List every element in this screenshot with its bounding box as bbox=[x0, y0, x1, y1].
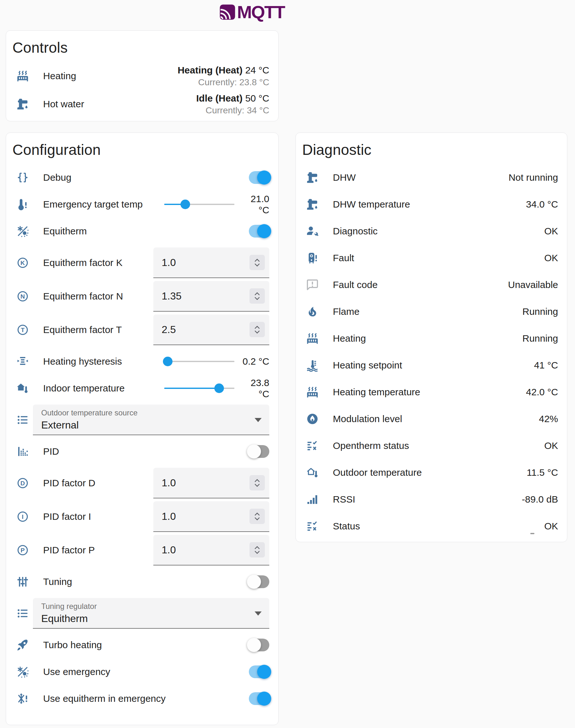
home-thermometer-icon bbox=[16, 382, 29, 395]
diagnostic-row-value: Not running bbox=[509, 172, 558, 183]
use-equitherm-emergency-toggle[interactable] bbox=[249, 692, 269, 705]
number-stepper[interactable] bbox=[249, 288, 265, 304]
sun-snowflake-icon bbox=[16, 225, 29, 238]
turbo-heating-toggle[interactable] bbox=[249, 639, 269, 651]
snowflake-alert-icon bbox=[16, 692, 29, 705]
diagnostic-row[interactable]: DHW temperature34.0 °C bbox=[296, 191, 567, 218]
pid-i-input[interactable]: 1.0 bbox=[153, 501, 269, 532]
alpha-I-icon: I bbox=[16, 510, 29, 523]
stepper-down-icon bbox=[253, 517, 261, 521]
tuning-regulator-select[interactable]: Tuning regulator Equitherm bbox=[33, 598, 269, 629]
diagnostic-row-label: Modulation level bbox=[333, 413, 533, 424]
diagnostic-row[interactable]: DiagnosticOK bbox=[296, 218, 567, 245]
diagnostic-row[interactable]: Opentherm statusOK bbox=[296, 432, 567, 459]
emergency-target-temp-slider[interactable] bbox=[164, 198, 234, 211]
config-row-label: Debug bbox=[43, 172, 249, 183]
diagnostic-row-value: 34.0 °C bbox=[526, 199, 558, 210]
diagnostic-row[interactable]: HeatingRunning bbox=[296, 325, 567, 352]
pid-d-input[interactable]: 1.0 bbox=[153, 468, 269, 499]
controls-title: Controls bbox=[6, 31, 278, 62]
pid-p-input[interactable]: 1.0 bbox=[153, 535, 269, 566]
outdoor-source-select[interactable]: Outdoor temperature source External bbox=[33, 405, 269, 435]
number-stepper[interactable] bbox=[249, 475, 265, 490]
stepper-up-icon bbox=[253, 512, 261, 516]
thermometer-alert-icon bbox=[16, 198, 29, 211]
indoor-temperature-value: 23.8°C bbox=[239, 377, 269, 400]
config-row-emergency-target-temp: Emergency target temp 21.0°C bbox=[6, 191, 278, 218]
alpha-T-icon: T bbox=[16, 323, 29, 336]
diagnostic-row-value: 42.0 °C bbox=[526, 387, 558, 398]
config-row-outdoor-source: Outdoor temperature source External bbox=[6, 405, 278, 435]
diagnostic-row[interactable]: RSSI-89.0 dB bbox=[296, 486, 567, 513]
stepper-up-icon bbox=[253, 258, 261, 262]
config-row-label: Equitherm factor K bbox=[43, 257, 153, 268]
tuning-toggle[interactable] bbox=[249, 575, 269, 588]
climate-row[interactable]: Hot waterIdle (Heat) 50 °CCurrently: 34 … bbox=[6, 90, 278, 118]
config-row-factor-n: N Equitherm factor N 1.35 bbox=[6, 281, 278, 312]
debug-toggle[interactable] bbox=[249, 171, 269, 184]
config-row-tuning-regulator: Tuning regulator Equitherm bbox=[6, 598, 278, 629]
svg-text:K: K bbox=[21, 260, 25, 266]
number-stepper[interactable] bbox=[249, 509, 265, 524]
controls-rows: HeatingHeating (Heat) 24 °CCurrently: 23… bbox=[6, 62, 278, 118]
config-row-pid-i: I PID factor I 1.0 bbox=[6, 501, 278, 532]
code-braces-icon bbox=[16, 171, 29, 184]
diagnostic-card: Diagnostic DHWNot runningDHW temperature… bbox=[296, 133, 567, 542]
number-stepper[interactable] bbox=[249, 542, 265, 557]
alpha-D-icon: D bbox=[16, 477, 29, 489]
diagnostic-row-label: Heating temperature bbox=[333, 387, 520, 398]
climate-row[interactable]: HeatingHeating (Heat) 24 °CCurrently: 23… bbox=[6, 62, 278, 90]
emergency-target-temp-value: 21.0°C bbox=[239, 193, 269, 216]
config-row-label: PID bbox=[43, 446, 249, 457]
mqtt-logo-icon bbox=[219, 4, 236, 21]
climate-row-state: Idle (Heat) 50 °CCurrently: 34 °C bbox=[196, 93, 269, 116]
factor-n-input[interactable]: 1.35 bbox=[153, 281, 269, 312]
dropdown-arrow-icon bbox=[255, 418, 262, 422]
config-row-pid-p: P PID factor P 1.0 bbox=[6, 535, 278, 566]
config-row-indoor-temperature: Indoor temperature 23.8°C bbox=[6, 375, 278, 402]
factor-k-input[interactable]: 1.0 bbox=[153, 248, 269, 278]
diagnostic-row[interactable]: FlameRunning bbox=[296, 298, 567, 325]
slider-thumb[interactable] bbox=[214, 384, 224, 393]
dropdown-arrow-icon bbox=[255, 612, 262, 616]
list-status-icon bbox=[306, 439, 319, 452]
svg-text:N: N bbox=[21, 293, 25, 300]
diagnostic-row[interactable]: Heating setpoint41 °C bbox=[296, 352, 567, 379]
chart-histogram-icon bbox=[16, 445, 29, 458]
pid-toggle[interactable] bbox=[249, 445, 269, 458]
radiator-icon bbox=[16, 70, 29, 82]
diagnostic-row[interactable]: Fault codeUnavailable bbox=[296, 271, 567, 298]
page-columns: Controls HeatingHeating (Heat) 24 °CCurr… bbox=[0, 0, 575, 725]
diagnostic-row[interactable]: Heating temperature42.0 °C bbox=[296, 379, 567, 405]
diagnostic-row[interactable]: Modulation level42% bbox=[296, 405, 567, 432]
diagnostic-row-label: RSSI bbox=[333, 494, 516, 505]
controls-card: Controls HeatingHeating (Heat) 24 °CCurr… bbox=[6, 30, 278, 121]
heating-hysteresis-value: 0.2 °C bbox=[239, 356, 269, 367]
diagnostic-row-label: Fault bbox=[333, 253, 538, 263]
sun-snowflake-icon bbox=[16, 665, 29, 678]
diagnostic-row[interactable]: StatusOK bbox=[296, 513, 567, 540]
slider-thumb[interactable] bbox=[163, 357, 172, 366]
right-column: Diagnostic DHWNot runningDHW temperature… bbox=[296, 133, 567, 542]
equitherm-toggle[interactable] bbox=[249, 225, 269, 238]
config-row-label: Use emergency bbox=[43, 666, 249, 677]
coolant-temperature-icon bbox=[306, 359, 319, 372]
hysteresis-icon bbox=[16, 355, 29, 368]
diagnostic-row[interactable]: FaultOK bbox=[296, 245, 567, 271]
number-stepper[interactable] bbox=[249, 255, 265, 270]
config-row-heating-hysteresis: Heating hysteresis 0.2 °C bbox=[6, 348, 278, 375]
factor-t-input[interactable]: 2.5 bbox=[153, 315, 269, 345]
indoor-temperature-slider[interactable] bbox=[164, 382, 234, 395]
diagnostic-row-label: Outdoor temperature bbox=[333, 467, 520, 478]
diagnostic-row[interactable]: DHWNot running bbox=[296, 164, 567, 191]
slider-thumb[interactable] bbox=[180, 199, 190, 209]
use-emergency-toggle[interactable] bbox=[249, 665, 269, 678]
diagnostic-row-label: Flame bbox=[333, 306, 516, 317]
diagnostic-row[interactable]: Outdoor temperature11.5 °C bbox=[296, 459, 567, 486]
config-row-turbo-heating: Turbo heating bbox=[6, 631, 278, 658]
svg-text:T: T bbox=[21, 327, 25, 333]
number-stepper[interactable] bbox=[249, 322, 265, 337]
heating-hysteresis-slider[interactable] bbox=[164, 355, 234, 368]
alpha-N-icon: N bbox=[16, 290, 29, 303]
config-row-pid-d: D PID factor D 1.0 bbox=[6, 468, 278, 499]
